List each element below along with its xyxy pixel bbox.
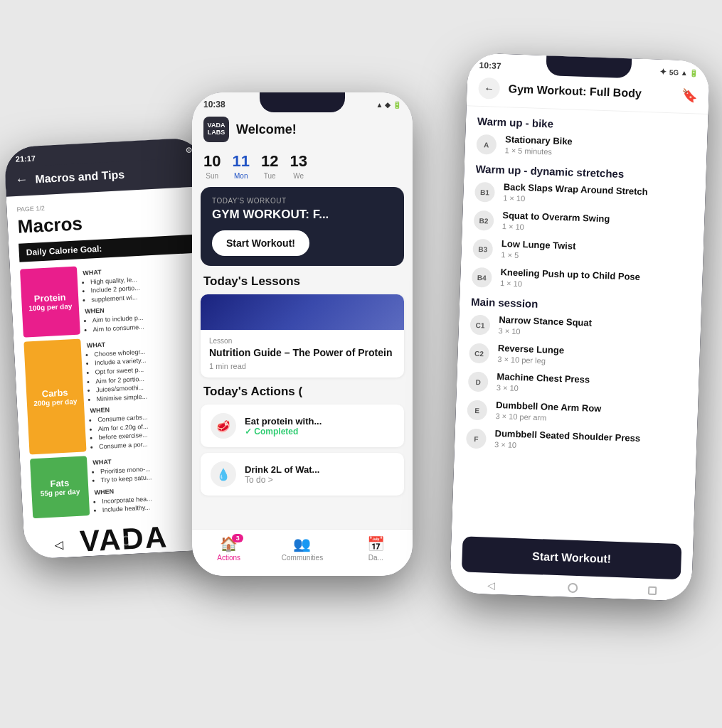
badge-F: F xyxy=(466,429,487,449)
action-content-1: Drink 2L of Wat... To do > xyxy=(245,464,394,485)
back-nav-c[interactable]: ◁ xyxy=(223,560,236,573)
square-nav-r[interactable] xyxy=(648,587,657,595)
carbs-detail: WHAT Choose wholegr...Include a variety.… xyxy=(86,333,208,451)
macro-row-carbs: Carbs 200g per day WHAT Choose wholegr..… xyxy=(23,333,208,455)
action-title-0: Eat protein with... xyxy=(245,416,394,427)
section-title-2: Main session xyxy=(471,296,690,316)
status-icons-center: ▲ ◆ 🔋 xyxy=(376,101,401,109)
cal-day-2[interactable]: 12 Tue xyxy=(261,152,278,180)
section-title-0: Warm up - bike xyxy=(477,115,696,135)
home-nav-r[interactable] xyxy=(568,583,578,593)
center-header: VADA LABS Welcome! xyxy=(192,112,413,148)
back-button-right[interactable]: ← xyxy=(478,77,500,100)
badge-C1: C1 xyxy=(470,315,491,336)
scene: 21:17 ⊙ ← Macros and Tips PAGE 1/2 Macro… xyxy=(0,0,722,728)
back-nav-r[interactable]: ◁ xyxy=(484,579,498,592)
info-A: Stationary Bike 1 × 5 minutes xyxy=(504,134,573,156)
nav-buttons-center: ◁ xyxy=(192,560,413,573)
exercise-C2: C2 Reverse Lunge 3 × 10 per leg xyxy=(469,342,689,371)
phone-right: 10:37 ✦ 5G ▲ 🔋 ← Gym Workout: Full Body … xyxy=(450,53,710,601)
info-B4: Kneeling Push up to Child Pose 1 × 10 xyxy=(500,267,640,292)
header-title-left: Macros and Tips xyxy=(35,168,125,186)
action-item-1[interactable]: 💧 Drink 2L of Wat... To do > xyxy=(201,453,404,496)
status-time-left: 21:17 xyxy=(16,154,36,163)
lesson-card[interactable]: Lesson Nutrition Guide – The Power of Pr… xyxy=(201,294,404,378)
center-screen: 10:38 ▲ ◆ 🔋 VADA LABS Welcome! 10 Sun xyxy=(192,92,413,576)
badge-C2: C2 xyxy=(469,343,489,364)
section-title-1: Warm up - dynamic stretches xyxy=(475,163,694,183)
cal-day-0[interactable]: 10 Sun xyxy=(203,152,221,180)
carbs-label: Carbs 200g per day xyxy=(23,339,86,455)
info-B3: Low Lunge Twist 1 × 5 xyxy=(501,238,575,262)
calendar-strip: 10 Sun 11 Mon 12 Tue 13 We xyxy=(192,148,413,187)
right-title: Gym Workout: Full Body xyxy=(508,82,673,101)
cal-day-1[interactable]: 11 Mon xyxy=(232,152,249,180)
info-B2: Squat to Overarm Swing 1 × 10 xyxy=(502,210,610,234)
start-workout-btn-center[interactable]: Start Workout! xyxy=(212,230,309,256)
info-F: Dumbbell Seated Shoulder Press 3 × 10 xyxy=(494,428,640,454)
badge-E: E xyxy=(467,400,487,421)
exercise-A: A Stationary Bike 1 × 5 minutes xyxy=(476,133,696,162)
status-time-right: 10:37 xyxy=(479,60,501,71)
exercise-B3: B3 Low Lunge Twist 1 × 5 xyxy=(472,237,692,267)
exercise-E: E Dumbbell One Arm Row 3 × 10 per arm xyxy=(467,399,686,428)
macro-row-protein: Protein 100g per day WHAT High quality, … xyxy=(20,260,203,338)
welcome-text: Welcome! xyxy=(236,122,297,137)
lesson-meta: 1 min read xyxy=(209,362,395,370)
badge-B3: B3 xyxy=(472,239,493,259)
back-nav[interactable]: ◁ xyxy=(52,537,65,551)
phone-center: 10:38 ▲ ◆ 🔋 VADA LABS Welcome! 10 Sun xyxy=(192,92,413,576)
exercise-B2: B2 Squat to Overarm Swing 1 × 10 xyxy=(474,209,694,238)
action-content-0: Eat protein with... Completed xyxy=(245,416,394,437)
tab-actions[interactable]: 🏠 3 Actions xyxy=(192,535,265,562)
cal-day-3[interactable]: 13 We xyxy=(290,152,307,180)
workout-card-title: GYM WORKOUT: F... xyxy=(212,208,393,222)
exercise-B4: B4 Kneeling Push up to Child Pose 1 × 10 xyxy=(472,266,691,295)
exercise-D: D Machine Chest Press 3 × 10 xyxy=(468,370,688,400)
phone-left: 21:17 ⊙ ← Macros and Tips PAGE 1/2 Macro… xyxy=(4,137,224,560)
action-icon-1: 💧 xyxy=(211,461,236,487)
tab-communities-icon: 👥 xyxy=(293,535,311,552)
info-C1: Narrow Stance Squat 3 × 10 xyxy=(499,314,593,338)
protein-label: Protein 100g per day xyxy=(20,267,80,338)
info-E: Dumbbell One Arm Row 3 × 10 per arm xyxy=(495,400,601,424)
lesson-body: Lesson Nutrition Guide – The Power of Pr… xyxy=(201,330,404,378)
back-button-left[interactable]: ← xyxy=(15,172,28,188)
workout-card: TODAY'S WORKOUT GYM WORKOUT: F... Start … xyxy=(201,187,404,266)
home-nav-c[interactable] xyxy=(299,562,309,572)
tab-daily[interactable]: 📅 Da... xyxy=(339,535,413,562)
action-item-0[interactable]: 🥩 Eat protein with... Completed xyxy=(201,405,404,447)
right-screen: 10:37 ✦ 5G ▲ 🔋 ← Gym Workout: Full Body … xyxy=(450,53,710,601)
tab-communities[interactable]: 👥 Communities xyxy=(265,535,339,562)
badge-A: A xyxy=(476,134,497,155)
start-workout-btn-right[interactable]: Start Workout! xyxy=(462,536,682,579)
lesson-banner xyxy=(201,294,404,330)
status-icons-right: ✦ 5G ▲ 🔋 xyxy=(659,67,699,78)
home-nav[interactable] xyxy=(121,535,132,546)
status-icons-left: ⊙ xyxy=(185,145,192,154)
exercise-F: F Dumbbell Seated Shoulder Press 3 × 10 xyxy=(466,427,686,456)
daily-calorie-bar: Daily Calorie Goal: xyxy=(18,235,198,262)
bookmark-button[interactable]: 🔖 xyxy=(681,87,698,104)
lesson-title: Nutrition Guide – The Power of Protein xyxy=(209,346,395,359)
fats-label: Fats 55g per day xyxy=(30,456,90,518)
badge-B2: B2 xyxy=(474,210,494,231)
exercise-B1: B1 Back Slaps Wrap Around Stretch 1 × 10 xyxy=(474,181,694,210)
workout-card-label: TODAY'S WORKOUT xyxy=(212,197,393,205)
action-icon-0: 🥩 xyxy=(211,413,236,439)
square-nav-c[interactable] xyxy=(373,562,381,571)
badge-D: D xyxy=(468,372,489,392)
action-status-1: To do > xyxy=(245,475,394,485)
info-D: Machine Chest Press 3 × 10 xyxy=(497,371,590,395)
macros-screen: 21:17 ⊙ ← Macros and Tips PAGE 1/2 Macro… xyxy=(4,137,224,560)
badge-B4: B4 xyxy=(472,267,492,288)
notch-right xyxy=(546,55,632,78)
nav-buttons-right: ◁ xyxy=(450,577,691,599)
notch-center xyxy=(260,92,345,112)
info-B1: Back Slaps Wrap Around Stretch 1 × 10 xyxy=(503,181,648,207)
badge-B1: B1 xyxy=(474,182,495,203)
workout-scroll: Warm up - bike A Stationary Bike 1 × 5 m… xyxy=(452,106,708,539)
action-status-0: Completed xyxy=(245,427,394,437)
vada-logo-small: VADA LABS xyxy=(203,117,229,142)
tab-actions-badge: 3 xyxy=(232,534,243,542)
